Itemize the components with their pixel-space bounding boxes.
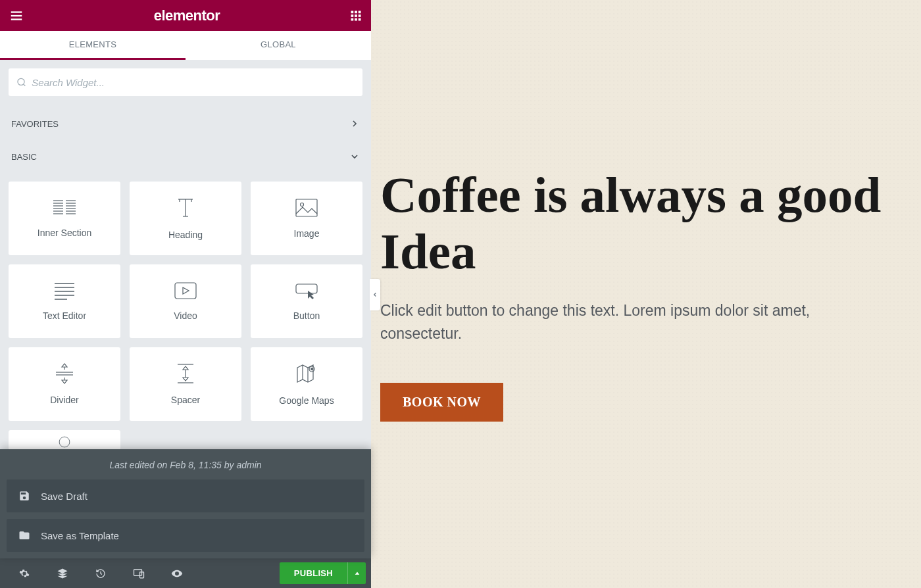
map-icon bbox=[295, 362, 318, 385]
svg-line-13 bbox=[24, 84, 26, 86]
category-label: FAVORITES bbox=[11, 119, 59, 129]
widget-button[interactable]: Button bbox=[251, 264, 362, 338]
svg-rect-31 bbox=[296, 199, 317, 216]
svg-marker-46 bbox=[62, 380, 67, 383]
panel-tabs: ELEMENTS GLOBAL bbox=[0, 31, 371, 60]
widget-label: Google Maps bbox=[279, 395, 334, 406]
logo: elementor bbox=[154, 7, 220, 24]
book-now-button[interactable]: BOOK NOW bbox=[380, 383, 503, 422]
responsive-icon bbox=[133, 568, 145, 579]
svg-rect-11 bbox=[359, 18, 361, 20]
widget-label: Inner Section bbox=[37, 228, 92, 238]
save-icon bbox=[18, 490, 30, 502]
svg-rect-10 bbox=[355, 18, 357, 20]
save-template-label: Save as Template bbox=[41, 530, 119, 541]
svg-marker-48 bbox=[183, 366, 188, 370]
widget-label: Video bbox=[174, 310, 197, 321]
search-wrapper bbox=[9, 68, 362, 96]
widget-label: Spacer bbox=[171, 395, 200, 405]
tab-elements[interactable]: ELEMENTS bbox=[0, 31, 186, 60]
widget-heading[interactable]: Heading bbox=[130, 182, 241, 255]
settings-button[interactable] bbox=[5, 558, 43, 588]
search-icon bbox=[16, 77, 26, 87]
svg-marker-59 bbox=[355, 572, 359, 574]
widget-label: Heading bbox=[168, 230, 203, 240]
svg-point-12 bbox=[18, 78, 24, 85]
history-button[interactable] bbox=[82, 558, 120, 588]
svg-rect-57 bbox=[134, 570, 142, 576]
svg-marker-50 bbox=[183, 378, 188, 381]
history-icon bbox=[95, 568, 106, 579]
image-icon bbox=[295, 198, 318, 218]
divider-icon bbox=[55, 363, 74, 384]
gear-icon bbox=[19, 568, 30, 579]
editor-panel: elementor ELEMENTS GLOBAL FAVORITES BASI… bbox=[0, 0, 371, 588]
svg-rect-7 bbox=[355, 14, 357, 17]
layers-icon bbox=[57, 568, 68, 579]
hero-title[interactable]: Coffee is always a good Idea bbox=[380, 166, 921, 280]
bottom-bar: PUBLISH bbox=[0, 558, 371, 588]
chevron-right-icon bbox=[349, 118, 360, 129]
svg-rect-38 bbox=[175, 283, 196, 299]
folder-icon bbox=[18, 529, 30, 541]
widget-inner-section[interactable]: Inner Section bbox=[9, 182, 120, 255]
svg-point-32 bbox=[301, 203, 304, 207]
category-favorites[interactable]: FAVORITES bbox=[9, 109, 362, 138]
last-edited-text: Last edited on Feb 8, 11:35 by admin bbox=[0, 449, 371, 479]
caret-up-icon bbox=[354, 570, 361, 577]
save-template-button[interactable]: Save as Template bbox=[7, 519, 364, 552]
widget-divider[interactable]: Divider bbox=[9, 347, 120, 421]
svg-rect-9 bbox=[351, 18, 354, 20]
svg-point-56 bbox=[59, 437, 70, 447]
video-icon bbox=[174, 282, 197, 300]
svg-rect-6 bbox=[351, 14, 354, 17]
heading-icon bbox=[174, 197, 197, 219]
publish-wrap: PUBLISH bbox=[280, 562, 366, 584]
collapse-handle[interactable] bbox=[370, 279, 380, 310]
icon-partial bbox=[55, 435, 74, 449]
widget-partial[interactable] bbox=[9, 430, 120, 450]
widget-label: Divider bbox=[50, 395, 79, 405]
widget-google-maps[interactable]: Google Maps bbox=[251, 347, 362, 421]
widget-label: Text Editor bbox=[43, 310, 86, 321]
chevron-left-icon bbox=[372, 290, 378, 299]
widget-text-editor[interactable]: Text Editor bbox=[9, 264, 120, 338]
preview-button[interactable] bbox=[158, 558, 196, 588]
save-draft-button[interactable]: Save Draft bbox=[7, 479, 364, 512]
widget-image[interactable]: Image bbox=[251, 182, 362, 255]
svg-rect-4 bbox=[355, 11, 357, 13]
navigator-button[interactable] bbox=[43, 558, 82, 588]
eye-icon bbox=[171, 568, 183, 579]
widget-grid: Inner Section Heading Image bbox=[9, 182, 362, 450]
panel-header: elementor bbox=[0, 0, 371, 31]
tab-global[interactable]: GLOBAL bbox=[186, 31, 371, 60]
hero-subtitle[interactable]: Click edit button to change this text. L… bbox=[380, 299, 874, 345]
spacer-icon bbox=[177, 363, 194, 384]
widget-label: Image bbox=[294, 228, 320, 239]
publish-button[interactable]: PUBLISH bbox=[280, 562, 347, 584]
apps-grid-icon[interactable] bbox=[350, 10, 362, 22]
svg-rect-5 bbox=[359, 11, 361, 13]
preview-canvas[interactable]: Coffee is always a good Idea Click edit … bbox=[371, 0, 921, 588]
svg-marker-39 bbox=[183, 287, 189, 294]
widget-video[interactable]: Video bbox=[130, 264, 241, 338]
save-options-popup: Last edited on Feb 8, 11:35 by admin Sav… bbox=[0, 449, 371, 558]
svg-point-55 bbox=[311, 368, 313, 370]
text-editor-icon bbox=[54, 282, 75, 300]
responsive-button[interactable] bbox=[120, 558, 158, 588]
hamburger-menu-icon[interactable] bbox=[9, 9, 24, 23]
inner-section-icon bbox=[53, 199, 76, 217]
svg-rect-8 bbox=[359, 14, 361, 17]
svg-rect-40 bbox=[296, 284, 317, 293]
svg-rect-3 bbox=[351, 11, 354, 13]
widget-spacer[interactable]: Spacer bbox=[130, 347, 241, 421]
category-basic[interactable]: BASIC bbox=[9, 142, 362, 171]
button-icon bbox=[295, 282, 318, 300]
category-label: BASIC bbox=[11, 152, 37, 162]
search-input[interactable] bbox=[32, 77, 355, 88]
publish-caret[interactable] bbox=[347, 562, 366, 584]
widget-label: Button bbox=[293, 310, 320, 321]
svg-marker-41 bbox=[62, 364, 67, 367]
chevron-down-icon bbox=[349, 151, 360, 162]
save-draft-label: Save Draft bbox=[41, 491, 87, 502]
